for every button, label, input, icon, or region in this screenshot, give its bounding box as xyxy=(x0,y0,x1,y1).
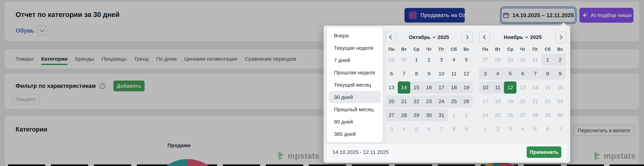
apply-button[interactable]: Применить xyxy=(527,146,561,158)
calendar-day[interactable]: 20 xyxy=(385,95,398,108)
calendar-day[interactable]: 26 xyxy=(460,95,472,108)
calendar-day: 8 xyxy=(448,123,460,135)
calendar-day[interactable]: 12 xyxy=(504,82,516,94)
calendar-day[interactable]: 17 xyxy=(435,82,448,94)
calendar-day: 29 xyxy=(385,54,398,66)
calendar-day: 14 xyxy=(529,82,542,94)
calendar-day[interactable]: 4 xyxy=(448,54,460,66)
calendar-nav: Октябрь 2025 xyxy=(385,32,472,43)
calendar-day: 25 xyxy=(492,109,504,121)
calendar-day: 20 xyxy=(516,95,529,108)
chevron-left-icon xyxy=(389,35,394,39)
weekday-label: Сб xyxy=(542,46,554,52)
calendar-day[interactable]: 6 xyxy=(385,68,398,80)
calendar-day: 24 xyxy=(479,109,492,121)
calendar-day[interactable]: 30 xyxy=(423,109,435,121)
calendar-day[interactable]: 23 xyxy=(423,95,435,108)
calendar-day[interactable]: 12 xyxy=(460,68,472,80)
calendar-day[interactable]: 18 xyxy=(448,82,460,94)
preset-option-7[interactable]: 90 дней xyxy=(327,116,383,128)
calendar-day[interactable]: 31 xyxy=(435,109,448,121)
calendar-day: 31 xyxy=(529,54,542,66)
calendar-day: 7 xyxy=(435,123,448,135)
calendar-day: 4 xyxy=(398,123,410,135)
calendar-day[interactable]: 22 xyxy=(410,95,423,108)
prev-month-button[interactable] xyxy=(385,32,396,43)
calendar-day[interactable]: 25 xyxy=(448,95,460,108)
calendar-day: 1 xyxy=(448,109,460,121)
calendar-day[interactable]: 27 xyxy=(385,109,398,121)
calendar-day[interactable]: 14 xyxy=(398,82,410,94)
calendar-day: 2 xyxy=(460,109,472,121)
preset-option-1[interactable]: Текущая неделя xyxy=(327,42,383,54)
calendar-day[interactable]: 8 xyxy=(410,68,423,80)
weekday-label: Вс xyxy=(460,46,472,52)
calendar-day[interactable]: 16 xyxy=(423,82,435,94)
next-month-button[interactable] xyxy=(462,32,472,43)
calendar-day: 17 xyxy=(479,95,492,108)
calendar-day[interactable]: 29 xyxy=(410,109,423,121)
calendar-day: 30 xyxy=(554,109,566,121)
calendar-day[interactable]: 5 xyxy=(460,54,472,66)
chevron-down-icon xyxy=(432,35,436,38)
page: Отчет по категории за 30 дней Обувь Прод… xyxy=(0,0,644,166)
calendar-day: 23 xyxy=(554,95,566,108)
weekday-row: ПнВтСрЧтПтСбВс xyxy=(385,46,472,52)
next-month-button[interactable] xyxy=(555,32,566,43)
calendar-day[interactable]: 13 xyxy=(385,82,398,94)
weekday-label: Вс xyxy=(554,46,566,52)
calendar-day[interactable]: 7 xyxy=(529,68,542,80)
date-picker-footer: 14.10.2025 - 12.11.2025 Применить xyxy=(326,144,568,161)
calendar-day[interactable]: 5 xyxy=(504,68,516,80)
calendar-day[interactable]: 3 xyxy=(435,54,448,66)
calendar-day: 19 xyxy=(504,95,516,108)
prev-month-button[interactable] xyxy=(479,32,490,43)
calendar-day: 5 xyxy=(529,123,542,135)
calendar-day[interactable]: 6 xyxy=(516,68,529,80)
calendar-day: 28 xyxy=(529,109,542,121)
calendar-day[interactable]: 1 xyxy=(542,54,554,66)
calendar-day[interactable]: 4 xyxy=(492,68,504,80)
calendar-day: 2 xyxy=(492,123,504,135)
calendar-day[interactable]: 2 xyxy=(423,54,435,66)
calendar-day[interactable]: 19 xyxy=(460,82,472,94)
weekday-label: Вт xyxy=(492,46,504,52)
calendar-day[interactable]: 15 xyxy=(410,82,423,94)
calendar-day[interactable]: 21 xyxy=(398,95,410,108)
calendar-day[interactable]: 7 xyxy=(398,68,410,80)
preset-option-8[interactable]: 365 дней xyxy=(327,128,383,140)
calendar-day: 22 xyxy=(542,95,554,108)
calendar-day: 1 xyxy=(479,123,492,135)
month-select[interactable]: Октябрь xyxy=(409,34,431,40)
calendar-day: 29 xyxy=(504,54,516,66)
calendar-day[interactable]: 8 xyxy=(542,68,554,80)
calendar-day[interactable]: 9 xyxy=(554,68,566,80)
calendar-day[interactable]: 1 xyxy=(410,54,423,66)
preset-option-4[interactable]: Текущий месяц xyxy=(327,79,383,91)
calendar-day[interactable]: 3 xyxy=(479,68,492,80)
calendar-day[interactable]: 11 xyxy=(492,82,504,94)
calendar-day[interactable]: 9 xyxy=(423,68,435,80)
calendar-day: 13 xyxy=(516,82,529,94)
calendar-day[interactable]: 11 xyxy=(448,68,460,80)
calendar-day[interactable]: 24 xyxy=(435,95,448,108)
weekday-label: Пн xyxy=(385,46,398,52)
preset-option-3[interactable]: Прошлая неделя xyxy=(327,66,383,79)
year-select[interactable]: 2025 xyxy=(438,34,449,40)
preset-option-0[interactable]: Вчера xyxy=(327,30,383,42)
calendar-day: 15 xyxy=(542,82,554,94)
weekday-label: Пн xyxy=(479,46,492,52)
calendar-day[interactable]: 28 xyxy=(398,109,410,121)
month-select[interactable]: Ноябрь xyxy=(504,34,523,40)
calendar-day: 18 xyxy=(492,95,504,108)
preset-option-6[interactable]: Прошлый месяц xyxy=(327,103,383,116)
year-select[interactable]: 2025 xyxy=(530,34,542,40)
weekday-label: Пт xyxy=(435,46,448,52)
calendar-day[interactable]: 10 xyxy=(435,68,448,80)
date-picker-popup: ВчераТекущая неделя7 днейПрошлая неделяТ… xyxy=(324,26,570,163)
preset-option-5[interactable]: 30 дней xyxy=(329,91,381,103)
weekday-label: Сб xyxy=(448,46,460,52)
calendar-day[interactable]: 10 xyxy=(479,82,492,94)
preset-option-2[interactable]: 7 дней xyxy=(327,54,383,66)
calendar-day[interactable]: 2 xyxy=(554,54,566,66)
